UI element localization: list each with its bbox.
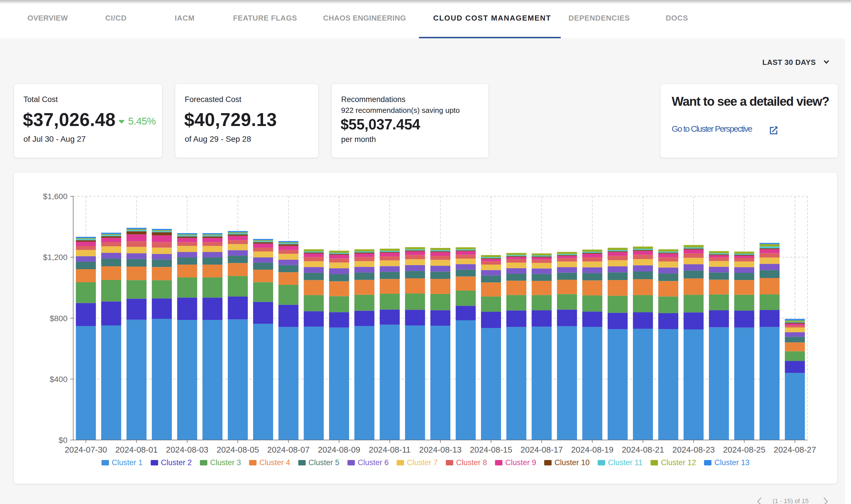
- svg-text:2024-08-13: 2024-08-13: [419, 445, 462, 454]
- svg-text:$400: $400: [50, 375, 68, 384]
- svg-text:2024-08-01: 2024-08-01: [115, 445, 158, 454]
- svg-text:2024-08-07: 2024-08-07: [267, 445, 310, 454]
- svg-text:$800: $800: [50, 314, 68, 323]
- svg-text:2024-08-09: 2024-08-09: [318, 445, 360, 454]
- svg-text:2024-08-11: 2024-08-11: [369, 445, 411, 454]
- svg-text:$1,600: $1,600: [43, 192, 68, 201]
- svg-text:2024-07-30: 2024-07-30: [65, 445, 107, 454]
- svg-text:2024-08-21: 2024-08-21: [622, 445, 664, 454]
- svg-text:$1,200: $1,200: [43, 253, 68, 262]
- svg-text:2024-08-27: 2024-08-27: [774, 445, 816, 454]
- svg-text:2024-08-23: 2024-08-23: [672, 445, 715, 454]
- svg-text:2024-08-17: 2024-08-17: [520, 445, 563, 454]
- svg-text:2024-08-05: 2024-08-05: [216, 445, 259, 454]
- svg-text:2024-08-03: 2024-08-03: [166, 445, 208, 454]
- svg-text:2024-08-19: 2024-08-19: [571, 445, 613, 454]
- svg-text:2024-08-25: 2024-08-25: [723, 445, 765, 454]
- svg-text:$0: $0: [58, 436, 68, 445]
- svg-text:2024-08-15: 2024-08-15: [470, 445, 512, 454]
